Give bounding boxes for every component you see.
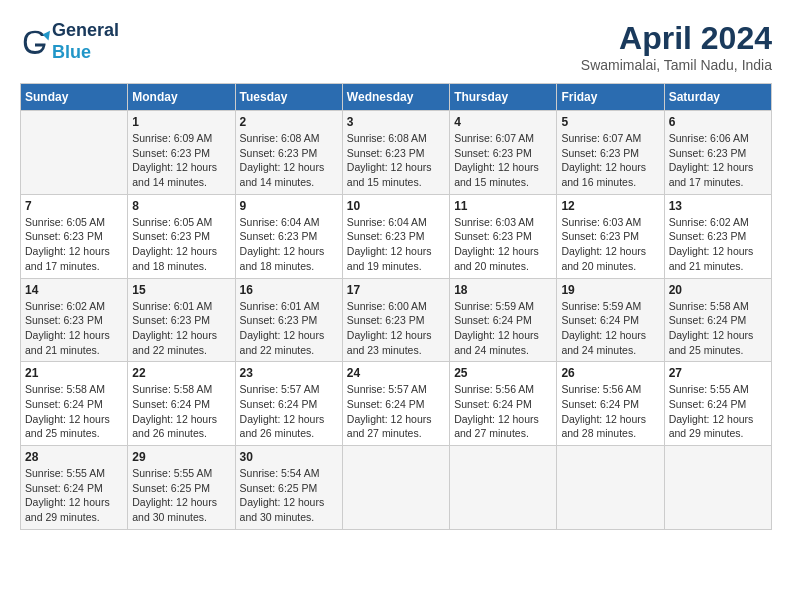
table-cell — [21, 111, 128, 195]
day-info: Sunrise: 6:03 AM Sunset: 6:23 PM Dayligh… — [561, 215, 659, 274]
calendar-week-row: 14Sunrise: 6:02 AM Sunset: 6:23 PM Dayli… — [21, 278, 772, 362]
day-number: 22 — [132, 366, 230, 380]
calendar-table: Sunday Monday Tuesday Wednesday Thursday… — [20, 83, 772, 530]
day-number: 12 — [561, 199, 659, 213]
table-cell: 12Sunrise: 6:03 AM Sunset: 6:23 PM Dayli… — [557, 194, 664, 278]
day-number: 18 — [454, 283, 552, 297]
table-cell: 3Sunrise: 6:08 AM Sunset: 6:23 PM Daylig… — [342, 111, 449, 195]
table-cell: 14Sunrise: 6:02 AM Sunset: 6:23 PM Dayli… — [21, 278, 128, 362]
day-number: 26 — [561, 366, 659, 380]
day-info: Sunrise: 6:07 AM Sunset: 6:23 PM Dayligh… — [454, 131, 552, 190]
calendar-location: Swamimalai, Tamil Nadu, India — [581, 57, 772, 73]
logo-general: General — [52, 20, 119, 42]
day-number: 7 — [25, 199, 123, 213]
day-info: Sunrise: 6:05 AM Sunset: 6:23 PM Dayligh… — [132, 215, 230, 274]
table-cell: 11Sunrise: 6:03 AM Sunset: 6:23 PM Dayli… — [450, 194, 557, 278]
day-info: Sunrise: 5:56 AM Sunset: 6:24 PM Dayligh… — [561, 382, 659, 441]
col-thursday: Thursday — [450, 84, 557, 111]
table-cell: 20Sunrise: 5:58 AM Sunset: 6:24 PM Dayli… — [664, 278, 771, 362]
col-saturday: Saturday — [664, 84, 771, 111]
day-info: Sunrise: 6:04 AM Sunset: 6:23 PM Dayligh… — [240, 215, 338, 274]
day-info: Sunrise: 6:06 AM Sunset: 6:23 PM Dayligh… — [669, 131, 767, 190]
col-monday: Monday — [128, 84, 235, 111]
day-number: 25 — [454, 366, 552, 380]
logo-blue: Blue — [52, 42, 91, 62]
day-number: 2 — [240, 115, 338, 129]
calendar-week-row: 21Sunrise: 5:58 AM Sunset: 6:24 PM Dayli… — [21, 362, 772, 446]
day-number: 24 — [347, 366, 445, 380]
day-number: 6 — [669, 115, 767, 129]
day-info: Sunrise: 5:54 AM Sunset: 6:25 PM Dayligh… — [240, 466, 338, 525]
col-friday: Friday — [557, 84, 664, 111]
day-info: Sunrise: 5:55 AM Sunset: 6:24 PM Dayligh… — [669, 382, 767, 441]
day-number: 3 — [347, 115, 445, 129]
table-cell: 9Sunrise: 6:04 AM Sunset: 6:23 PM Daylig… — [235, 194, 342, 278]
table-cell — [450, 446, 557, 530]
table-cell: 4Sunrise: 6:07 AM Sunset: 6:23 PM Daylig… — [450, 111, 557, 195]
logo: General Blue — [20, 20, 119, 63]
day-number: 23 — [240, 366, 338, 380]
table-cell: 5Sunrise: 6:07 AM Sunset: 6:23 PM Daylig… — [557, 111, 664, 195]
day-info: Sunrise: 5:57 AM Sunset: 6:24 PM Dayligh… — [347, 382, 445, 441]
day-info: Sunrise: 6:01 AM Sunset: 6:23 PM Dayligh… — [132, 299, 230, 358]
day-info: Sunrise: 5:58 AM Sunset: 6:24 PM Dayligh… — [25, 382, 123, 441]
day-number: 1 — [132, 115, 230, 129]
table-cell: 15Sunrise: 6:01 AM Sunset: 6:23 PM Dayli… — [128, 278, 235, 362]
day-info: Sunrise: 6:04 AM Sunset: 6:23 PM Dayligh… — [347, 215, 445, 274]
table-cell: 26Sunrise: 5:56 AM Sunset: 6:24 PM Dayli… — [557, 362, 664, 446]
calendar-header-row: Sunday Monday Tuesday Wednesday Thursday… — [21, 84, 772, 111]
table-cell: 19Sunrise: 5:59 AM Sunset: 6:24 PM Dayli… — [557, 278, 664, 362]
calendar-week-row: 28Sunrise: 5:55 AM Sunset: 6:24 PM Dayli… — [21, 446, 772, 530]
day-number: 30 — [240, 450, 338, 464]
day-number: 11 — [454, 199, 552, 213]
day-info: Sunrise: 6:01 AM Sunset: 6:23 PM Dayligh… — [240, 299, 338, 358]
calendar-title: April 2024 — [581, 20, 772, 57]
day-number: 29 — [132, 450, 230, 464]
day-info: Sunrise: 6:02 AM Sunset: 6:23 PM Dayligh… — [669, 215, 767, 274]
table-cell: 1Sunrise: 6:09 AM Sunset: 6:23 PM Daylig… — [128, 111, 235, 195]
day-info: Sunrise: 5:58 AM Sunset: 6:24 PM Dayligh… — [669, 299, 767, 358]
col-tuesday: Tuesday — [235, 84, 342, 111]
day-number: 27 — [669, 366, 767, 380]
day-info: Sunrise: 5:58 AM Sunset: 6:24 PM Dayligh… — [132, 382, 230, 441]
table-cell: 10Sunrise: 6:04 AM Sunset: 6:23 PM Dayli… — [342, 194, 449, 278]
day-number: 17 — [347, 283, 445, 297]
title-block: April 2024 Swamimalai, Tamil Nadu, India — [581, 20, 772, 73]
table-cell: 13Sunrise: 6:02 AM Sunset: 6:23 PM Dayli… — [664, 194, 771, 278]
day-info: Sunrise: 6:02 AM Sunset: 6:23 PM Dayligh… — [25, 299, 123, 358]
day-info: Sunrise: 5:59 AM Sunset: 6:24 PM Dayligh… — [561, 299, 659, 358]
day-number: 14 — [25, 283, 123, 297]
table-cell: 21Sunrise: 5:58 AM Sunset: 6:24 PM Dayli… — [21, 362, 128, 446]
table-cell — [557, 446, 664, 530]
day-number: 4 — [454, 115, 552, 129]
page-header: General Blue April 2024 Swamimalai, Tami… — [20, 20, 772, 73]
table-cell: 30Sunrise: 5:54 AM Sunset: 6:25 PM Dayli… — [235, 446, 342, 530]
day-info: Sunrise: 6:08 AM Sunset: 6:23 PM Dayligh… — [240, 131, 338, 190]
day-number: 20 — [669, 283, 767, 297]
day-number: 15 — [132, 283, 230, 297]
day-info: Sunrise: 5:59 AM Sunset: 6:24 PM Dayligh… — [454, 299, 552, 358]
table-cell: 22Sunrise: 5:58 AM Sunset: 6:24 PM Dayli… — [128, 362, 235, 446]
day-number: 13 — [669, 199, 767, 213]
day-number: 19 — [561, 283, 659, 297]
calendar-week-row: 1Sunrise: 6:09 AM Sunset: 6:23 PM Daylig… — [21, 111, 772, 195]
table-cell: 28Sunrise: 5:55 AM Sunset: 6:24 PM Dayli… — [21, 446, 128, 530]
table-cell — [664, 446, 771, 530]
day-info: Sunrise: 6:00 AM Sunset: 6:23 PM Dayligh… — [347, 299, 445, 358]
table-cell: 16Sunrise: 6:01 AM Sunset: 6:23 PM Dayli… — [235, 278, 342, 362]
calendar-week-row: 7Sunrise: 6:05 AM Sunset: 6:23 PM Daylig… — [21, 194, 772, 278]
day-info: Sunrise: 5:57 AM Sunset: 6:24 PM Dayligh… — [240, 382, 338, 441]
day-info: Sunrise: 6:07 AM Sunset: 6:23 PM Dayligh… — [561, 131, 659, 190]
col-sunday: Sunday — [21, 84, 128, 111]
day-info: Sunrise: 5:56 AM Sunset: 6:24 PM Dayligh… — [454, 382, 552, 441]
day-info: Sunrise: 6:03 AM Sunset: 6:23 PM Dayligh… — [454, 215, 552, 274]
day-number: 8 — [132, 199, 230, 213]
day-info: Sunrise: 6:08 AM Sunset: 6:23 PM Dayligh… — [347, 131, 445, 190]
table-cell: 8Sunrise: 6:05 AM Sunset: 6:23 PM Daylig… — [128, 194, 235, 278]
col-wednesday: Wednesday — [342, 84, 449, 111]
table-cell: 7Sunrise: 6:05 AM Sunset: 6:23 PM Daylig… — [21, 194, 128, 278]
table-cell: 27Sunrise: 5:55 AM Sunset: 6:24 PM Dayli… — [664, 362, 771, 446]
table-cell: 17Sunrise: 6:00 AM Sunset: 6:23 PM Dayli… — [342, 278, 449, 362]
table-cell: 29Sunrise: 5:55 AM Sunset: 6:25 PM Dayli… — [128, 446, 235, 530]
day-info: Sunrise: 5:55 AM Sunset: 6:24 PM Dayligh… — [25, 466, 123, 525]
